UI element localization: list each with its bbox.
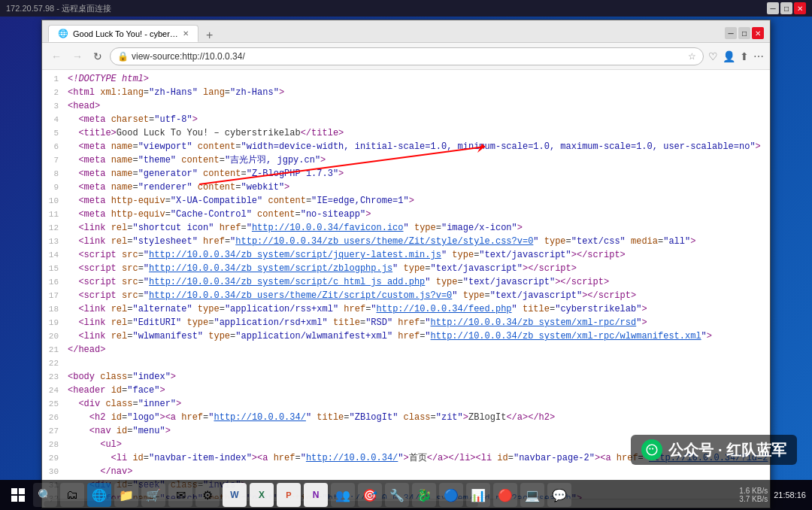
- remote-maximize-button[interactable]: □: [780, 2, 792, 14]
- browser-tab-1[interactable]: 🌐 Good Luck To You! - cyberstrike ✕: [48, 25, 198, 42]
- line-content: <link rel="stylesheet" href="http://10.0…: [68, 235, 767, 249]
- taskbar-right: 1.6 KB/s3.7 KB/s 21:58:16: [739, 487, 806, 503]
- line-number: 25: [45, 398, 68, 411]
- line-number: 13: [45, 235, 68, 249]
- line-content: </head>: [68, 344, 767, 357]
- toolbar-icons: ♡ 👤 ⬆ ⋯: [708, 50, 764, 62]
- line-content: <html xml:lang="zh-Hans" lang="zh-Hans">: [68, 87, 767, 100]
- source-line: 1<!DOCTYPE html>: [42, 73, 770, 87]
- refresh-button[interactable]: ↻: [90, 49, 105, 64]
- source-line: 2<html xml:lang="zh-Hans" lang="zh-Hans"…: [42, 87, 770, 100]
- lock-icon: 🔒: [117, 51, 129, 62]
- tab1-close-icon[interactable]: ✕: [183, 29, 189, 38]
- ppt-icon[interactable]: P: [277, 483, 301, 507]
- app3-icon[interactable]: 🐉: [412, 483, 436, 507]
- source-line: 6 <meta name="viewport" content="width=d…: [42, 141, 770, 154]
- app5-icon[interactable]: 🔴: [493, 483, 517, 507]
- browser-minimize-button[interactable]: ─: [725, 27, 737, 39]
- line-number: 9: [45, 181, 68, 195]
- taskbar: 🔍 🗂 🌐 📁 🛒 ✉ ⚙ W X P N 👥 🎯 🔧 🐉 🔵 📊 🔴 💻 💬 …: [0, 480, 812, 510]
- heart-icon[interactable]: ♡: [708, 50, 718, 62]
- source-line: 3<head>: [42, 100, 770, 114]
- watermark-text: 公众号 · 红队蓝军: [668, 440, 786, 460]
- line-content: <div class="inner">: [68, 398, 767, 411]
- browser-close-button[interactable]: ✕: [752, 27, 764, 39]
- source-line: 21</head>: [42, 344, 770, 357]
- browser-maximize-button[interactable]: □: [738, 27, 750, 39]
- account-icon[interactable]: 👤: [723, 50, 735, 62]
- line-content: <meta http-equiv="X-UA-Compatible" conte…: [68, 195, 767, 208]
- line-content: </nav>: [68, 466, 767, 479]
- source-line: 23<body class="index">: [42, 371, 770, 384]
- line-content: <script src="http://10.0.0.34/zb_users/t…: [68, 290, 767, 303]
- remote-minimize-button[interactable]: ─: [767, 2, 779, 14]
- line-content: <link rel="shortcut icon" href="http://1…: [68, 222, 767, 235]
- source-line: 14 <script src="http://10.0.0.34/zb_syst…: [42, 249, 770, 263]
- edge-icon[interactable]: 🌐: [87, 483, 111, 507]
- line-number: 18: [45, 303, 68, 317]
- line-number: 29: [45, 452, 68, 466]
- excel-icon[interactable]: X: [250, 483, 274, 507]
- source-line: 9 <meta name="renderer" content="webkit"…: [42, 181, 770, 195]
- browser-window: 🌐 Good Luck To You! - cyberstrike ✕ + ─ …: [41, 17, 771, 478]
- menu-icon[interactable]: ⋯: [753, 50, 764, 62]
- chrome-icon[interactable]: 🔵: [439, 483, 463, 507]
- line-content: <link rel="EditURI" type="application/rs…: [68, 317, 767, 330]
- taskview-icon[interactable]: 🗂: [60, 483, 84, 507]
- source-line: 24<header id="face">: [42, 384, 770, 398]
- share-icon[interactable]: ⬆: [740, 50, 749, 62]
- source-line: 10 <meta http-equiv="X-UA-Compatible" co…: [42, 195, 770, 208]
- back-button[interactable]: ←: [48, 49, 65, 64]
- tab1-favicon: 🌐: [58, 29, 68, 38]
- teams-icon[interactable]: 👥: [331, 483, 355, 507]
- svg-rect-5: [19, 496, 25, 502]
- source-line: 13 <link rel="stylesheet" href="http://1…: [42, 235, 770, 249]
- mail-icon[interactable]: ✉: [168, 483, 192, 507]
- address-input[interactable]: [110, 47, 704, 65]
- svg-rect-4: [11, 496, 17, 502]
- settings-icon[interactable]: ⚙: [195, 483, 220, 507]
- line-number: 15: [45, 263, 68, 276]
- line-content: <body class="index">: [68, 371, 767, 384]
- line-number: 4: [45, 114, 68, 127]
- wechat-taskbar-icon[interactable]: 💬: [547, 483, 571, 507]
- source-line: 5 <title>Good Luck To You! – cyberstrike…: [42, 127, 770, 141]
- line-content: <meta name="theme" content="吉光片羽, jgpy.c…: [68, 154, 767, 168]
- line-number: 2: [45, 87, 68, 100]
- line-content: <h2 id="logo"><a href="http://10.0.0.34/…: [68, 411, 767, 425]
- line-number: 19: [45, 317, 68, 330]
- search-taskbar-icon[interactable]: 🔍: [33, 483, 57, 507]
- new-tab-button[interactable]: +: [200, 29, 219, 42]
- source-line: 16 <script src="http://10.0.0.34/zb_syst…: [42, 276, 770, 290]
- onenote-icon[interactable]: N: [304, 483, 328, 507]
- line-number: 10: [45, 195, 68, 208]
- app6-icon[interactable]: 💻: [520, 483, 544, 507]
- line-content: <!DOCTYPE html>: [68, 73, 767, 87]
- line-number: 16: [45, 276, 68, 290]
- source-line: 18 <link rel="alternate" type="applicati…: [42, 303, 770, 317]
- star-icon: ☆: [688, 51, 696, 62]
- line-content: [68, 357, 767, 371]
- line-number: 20: [45, 330, 68, 344]
- line-number: 22: [45, 357, 68, 371]
- source-line: 17 <script src="http://10.0.0.34/zb_user…: [42, 290, 770, 303]
- word-icon[interactable]: W: [223, 483, 247, 507]
- start-button[interactable]: [6, 483, 30, 507]
- forward-button[interactable]: →: [69, 49, 86, 64]
- remote-title: 172.20.57.98 - 远程桌面连接: [6, 3, 111, 14]
- taskbar-clock: 21:58:16: [774, 490, 806, 499]
- app2-icon[interactable]: 🔧: [385, 483, 409, 507]
- line-number: 7: [45, 154, 68, 168]
- line-content: <meta charset="utf-8">: [68, 114, 767, 127]
- remote-close-button[interactable]: ✕: [794, 2, 806, 14]
- explorer-icon[interactable]: 📁: [114, 483, 138, 507]
- network-speed-up: 1.6 KB/s3.7 KB/s: [739, 487, 768, 503]
- svg-rect-3: [19, 488, 25, 494]
- store-icon[interactable]: 🛒: [141, 483, 165, 507]
- line-number: 24: [45, 384, 68, 398]
- app4-icon[interactable]: 📊: [466, 483, 490, 507]
- watermark: 公众号 · 红队蓝军: [631, 435, 797, 465]
- remote-desktop-titlebar: 172.20.57.98 - 远程桌面连接 ─ □ ✕: [0, 0, 812, 17]
- app1-icon[interactable]: 🎯: [358, 483, 382, 507]
- browser-tab-bar: 🌐 Good Luck To You! - cyberstrike ✕ + ─ …: [42, 20, 770, 43]
